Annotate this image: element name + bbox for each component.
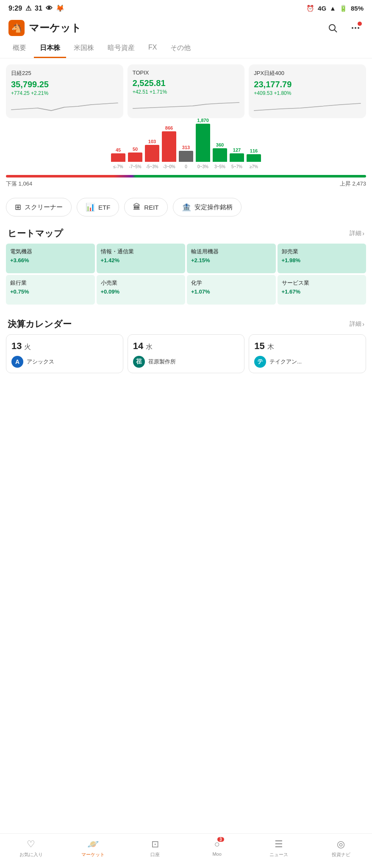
status-time: 9:29 bbox=[8, 5, 22, 12]
nav-item-market[interactable]: 🪐マーケット bbox=[62, 837, 124, 860]
calendar-icon: 31 bbox=[35, 5, 42, 12]
dist-bar-rect bbox=[179, 151, 193, 162]
dist-bar-top-label: 50 bbox=[129, 147, 142, 152]
search-button[interactable] bbox=[325, 20, 341, 36]
app-logo: 🐴 bbox=[8, 20, 25, 36]
reit-button[interactable]: 🏛 REIT bbox=[124, 198, 167, 216]
cal-company-name: 荏原製作所 bbox=[148, 358, 176, 366]
tab-japan[interactable]: 日本株 bbox=[34, 39, 66, 58]
nav-item-account[interactable]: ⊡口座 bbox=[124, 837, 186, 860]
tab-bar: 概要 日本株 米国株 暗号資産 FX その他 bbox=[0, 39, 372, 58]
header-icons bbox=[325, 20, 364, 36]
chevron-right-icon: › bbox=[362, 230, 364, 237]
heatmap-cell-name: 電気機器 bbox=[10, 248, 91, 255]
reit-icon: 🏛 bbox=[133, 203, 141, 212]
heatmap-cell-3[interactable]: 卸売業+1.98% bbox=[278, 244, 366, 273]
calendar-day-0[interactable]: 13火Aアシックス bbox=[6, 334, 123, 373]
heatmap-cell-2[interactable]: 輸送用機器+2.15% bbox=[187, 244, 276, 273]
heatmap-cell-4[interactable]: 銀行業+0.75% bbox=[6, 275, 95, 305]
topix-change: +42.51 +1.71% bbox=[133, 89, 240, 95]
index-card-topix[interactable]: TOPIX 2,525.81 +42.51 +1.71% bbox=[128, 64, 245, 118]
heatmap-cell-pct: +1.67% bbox=[282, 288, 362, 295]
nav-icon-account: ⊡ bbox=[151, 839, 159, 849]
dist-bar-6: 3603~5% bbox=[213, 142, 227, 169]
heatmap-cell-pct: +1.07% bbox=[191, 288, 272, 295]
dist-bar-rect bbox=[128, 153, 142, 162]
battery-pct: 85% bbox=[351, 5, 364, 12]
cal-logo: 荏 bbox=[133, 356, 145, 368]
dist-bar-3: 866-3~0% bbox=[162, 125, 176, 169]
jpx-change: +409.53 +1.80% bbox=[254, 90, 361, 96]
status-left: 9:29 ⚠ 31 👁 🦊 bbox=[8, 4, 64, 12]
dist-bar-rect bbox=[111, 153, 125, 162]
more-button[interactable] bbox=[347, 20, 364, 36]
heatmap-cell-name: 化学 bbox=[191, 279, 272, 287]
heatmap-cell-1[interactable]: 情報・通信業+1.42% bbox=[97, 244, 186, 273]
nav-icon-wrap-news: ☰ bbox=[275, 839, 283, 850]
calendar-chevron-icon: › bbox=[362, 321, 364, 327]
nav-label-favorites: お気に入り bbox=[19, 851, 43, 858]
stable-button[interactable]: 🏦 安定操作銘柄 bbox=[173, 198, 242, 216]
quick-actions: ⊞ スクリーナー 📊 ETF 🏛 REIT 🏦 安定操作銘柄 bbox=[0, 193, 372, 218]
topix-chart bbox=[133, 99, 240, 111]
heatmap-cell-6[interactable]: 化学+1.07% bbox=[187, 275, 276, 305]
cal-date-dow: 木 bbox=[267, 343, 274, 352]
jpx-chart bbox=[254, 100, 361, 112]
alarm-icon: ⏰ bbox=[306, 5, 314, 12]
alert-icon: ⚠ bbox=[25, 4, 31, 12]
heatmap-cell-pct: +1.42% bbox=[101, 257, 181, 263]
topix-value: 2,525.81 bbox=[133, 78, 240, 88]
dist-bar-1: 50-7~5% bbox=[128, 147, 142, 169]
dist-bar-bottom-label: ≤-7% bbox=[113, 164, 123, 169]
cal-item: Aアシックス bbox=[11, 356, 118, 368]
tab-other[interactable]: その他 bbox=[164, 39, 197, 58]
etf-button[interactable]: 📊 ETF bbox=[77, 198, 119, 216]
index-card-nikkei[interactable]: 日経225 35,799.25 +774.25 +2.21% bbox=[6, 64, 123, 118]
screener-button[interactable]: ⊞ スクリーナー bbox=[6, 198, 72, 216]
cal-date-dow: 水 bbox=[146, 343, 153, 352]
nav-label-news: ニュース bbox=[269, 851, 288, 858]
cal-date-num: 13 bbox=[11, 341, 22, 352]
index-card-jpx[interactable]: JPX日経400 23,177.79 +409.53 +1.80% bbox=[249, 64, 366, 118]
calendar-day-2[interactable]: 15木テテイクアン... bbox=[249, 334, 366, 373]
dist-bar-0: 45≤-7% bbox=[111, 147, 125, 169]
nav-icon-news: ☰ bbox=[275, 839, 283, 849]
distribution-section: 45≤-7%50-7~5%103-5~3%866-3~0%31301,8700~… bbox=[0, 122, 372, 172]
cal-date: 15木 bbox=[254, 341, 361, 352]
heatmap-cell-7[interactable]: サービス業+1.67% bbox=[278, 275, 366, 305]
cal-item: テテイクアン... bbox=[254, 356, 361, 368]
heatmap-cell-pct: +3.66% bbox=[10, 257, 91, 263]
nav-item-moo[interactable]: ○3Moo bbox=[186, 837, 248, 860]
heatmap-cell-pct: +2.15% bbox=[191, 257, 272, 263]
progress-bar-wrap bbox=[0, 172, 372, 178]
etf-label: ETF bbox=[98, 204, 110, 211]
dist-bar-7: 1275~7% bbox=[230, 147, 244, 169]
nav-item-news[interactable]: ☰ニュース bbox=[248, 837, 310, 860]
nav-badge-moo: 3 bbox=[217, 837, 224, 842]
dist-bar-bottom-label: -3~0% bbox=[163, 164, 175, 169]
heatmap-cell-name: 卸売業 bbox=[282, 248, 362, 255]
nav-item-favorites[interactable]: ♡お気に入り bbox=[0, 837, 62, 860]
nav-icon-wrap-account: ⊡ bbox=[151, 839, 159, 850]
dist-bar-rect bbox=[162, 131, 176, 162]
tab-fx[interactable]: FX bbox=[142, 39, 163, 58]
tab-overview[interactable]: 概要 bbox=[7, 39, 32, 58]
tab-us[interactable]: 米国株 bbox=[68, 39, 100, 58]
cal-date-num: 15 bbox=[254, 341, 264, 352]
notification-dot bbox=[358, 22, 362, 26]
calendar-day-1[interactable]: 14水荏荏原製作所 bbox=[128, 334, 245, 373]
heatmap-cell-pct: +1.98% bbox=[282, 257, 362, 263]
nav-item-nav[interactable]: ◎投資ナビ bbox=[310, 837, 372, 860]
cal-date-dow: 火 bbox=[24, 343, 31, 352]
screener-label: スクリーナー bbox=[25, 203, 63, 211]
heatmap-cell-0[interactable]: 電気機器+3.66% bbox=[6, 244, 95, 273]
calendar-detail-link[interactable]: 詳細 › bbox=[350, 320, 364, 328]
dist-bar-rect bbox=[230, 153, 244, 162]
nav-icon-favorites: ♡ bbox=[27, 839, 35, 849]
svg-point-2 bbox=[352, 27, 353, 29]
svg-line-1 bbox=[335, 30, 337, 33]
heatmap-cell-5[interactable]: 小売業+0.09% bbox=[97, 275, 186, 305]
heatmap-title: ヒートマップ bbox=[8, 227, 63, 239]
heatmap-detail-link[interactable]: 詳細 › bbox=[350, 230, 364, 237]
tab-crypto[interactable]: 暗号資産 bbox=[102, 39, 141, 58]
